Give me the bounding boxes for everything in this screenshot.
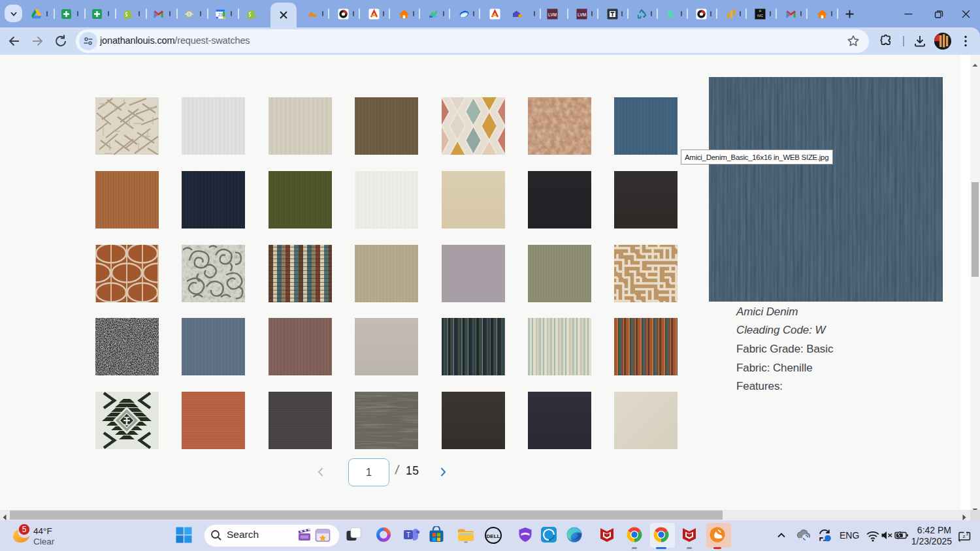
svg-text:23: 23 — [218, 12, 223, 17]
svg-text:5: 5 — [22, 525, 27, 534]
svg-text:DELL: DELL — [487, 533, 500, 539]
svg-text:LVM: LVM — [578, 12, 586, 17]
svg-text:z: z — [963, 533, 966, 539]
svg-text:LVM: LVM — [548, 12, 557, 17]
svg-text:T: T — [406, 531, 410, 539]
svg-text:IVC: IVC — [757, 14, 763, 18]
svg-text:z: z — [966, 531, 968, 536]
